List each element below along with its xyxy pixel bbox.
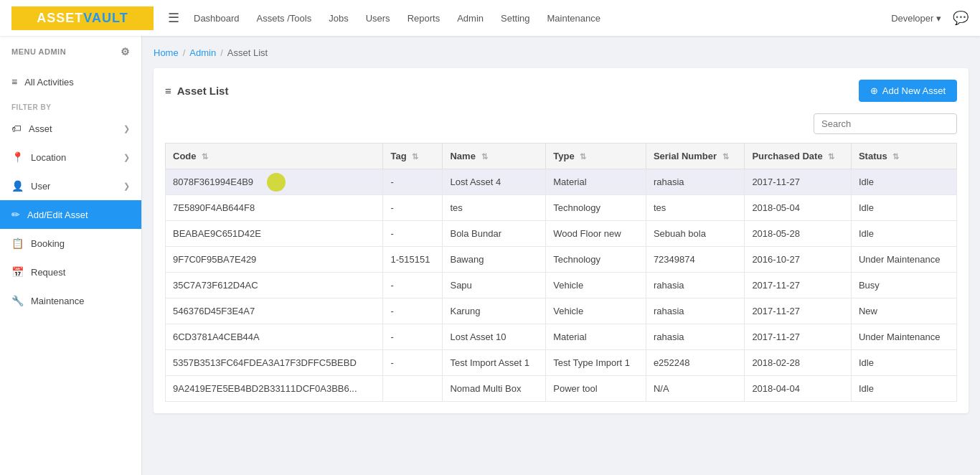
- nav-assets-tools[interactable]: Assets /Tools: [257, 10, 312, 27]
- booking-label: Booking: [31, 238, 65, 249]
- col-type[interactable]: Type ⇅: [546, 144, 646, 169]
- cell-purchased: 2018-05-28: [745, 221, 852, 247]
- add-new-asset-button[interactable]: ⊕ Add New Asset: [859, 80, 957, 102]
- cell-purchased: 2018-05-04: [745, 195, 852, 221]
- nav-admin[interactable]: Admin: [457, 10, 484, 27]
- cursor-indicator: [267, 173, 286, 192]
- col-status[interactable]: Status ⇅: [851, 144, 956, 169]
- sort-purchased-icon: ⇅: [828, 152, 834, 161]
- sidebar-item-booking[interactable]: 📋 Booking: [0, 229, 141, 258]
- main-content: Home / Admin / Asset List ≡ Asset List ⊕…: [142, 36, 980, 475]
- cell-status: Idle: [851, 350, 956, 376]
- breadcrumb-admin[interactable]: Admin: [189, 47, 216, 58]
- cell-name: tes: [443, 195, 546, 221]
- sidebar-item-maintenance[interactable]: 🔧 Maintenance: [0, 286, 141, 315]
- table-row[interactable]: 546376D45F3E4A7-KarungVehiclerahasia2017…: [166, 298, 957, 324]
- table-row[interactable]: 9F7C0F95BA7E4291-515151BawangTechnology7…: [166, 247, 957, 273]
- cell-code: 35C7A73F612D4AC: [166, 273, 383, 298]
- table-row[interactable]: 9A2419E7E5EB4BD2B33111DCF0A3BB6...Nomad …: [166, 376, 957, 402]
- maintenance-label: Maintenance: [31, 296, 84, 306]
- request-icon: 📅: [11, 266, 24, 278]
- search-row: [165, 113, 957, 134]
- col-name[interactable]: Name ⇅: [443, 144, 546, 169]
- nav-reports[interactable]: Reports: [407, 10, 440, 27]
- table-row[interactable]: BEABAE9C651D42E-Bola BundarWood Floor ne…: [166, 221, 957, 247]
- sidebar-item-all-activities[interactable]: ≡ All Activities: [0, 67, 141, 96]
- nav-setting[interactable]: Setting: [501, 10, 529, 27]
- cell-purchased: 2018-02-28: [745, 350, 852, 376]
- cell-name: Test Import Asset 1: [443, 350, 546, 376]
- cell-code: 9F7C0F95BA7E429: [166, 247, 383, 273]
- col-serial[interactable]: Serial Number ⇅: [646, 144, 745, 169]
- cell-name: Lost Asset 10: [443, 324, 546, 350]
- asset-chevron-icon: ❯: [123, 124, 130, 133]
- cell-name: Karung: [443, 298, 546, 324]
- sidebar-item-add-edit-asset[interactable]: ✏ Add/Edit Asset: [0, 200, 141, 229]
- cell-serial: Sebuah bola: [646, 221, 745, 247]
- cell-status: Under Maintenance: [851, 247, 956, 273]
- sort-code-icon: ⇅: [202, 152, 208, 161]
- logo-text1: ASSET: [37, 11, 83, 25]
- list-icon: ≡: [165, 85, 171, 97]
- menu-admin-label: MENU ADMIN: [11, 47, 66, 56]
- developer-dropdown[interactable]: Developer ▾: [891, 13, 941, 24]
- sort-serial-icon: ⇅: [722, 152, 729, 161]
- cell-type: Test Type Import 1: [546, 350, 646, 376]
- breadcrumb-sep1: /: [183, 47, 186, 58]
- app-logo: ASSETVAULT: [11, 6, 154, 30]
- cell-serial: rahasia: [646, 273, 745, 298]
- sidebar-item-asset[interactable]: 🏷 Asset ❯: [0, 114, 141, 143]
- nav-dashboard[interactable]: Dashboard: [194, 10, 240, 27]
- asset-icon: 🏷: [11, 123, 22, 134]
- col-purchased[interactable]: Purchased Date ⇅: [745, 144, 852, 169]
- cell-code: 9A2419E7E5EB4BD2B33111DCF0A3BB6...: [166, 376, 383, 402]
- cell-tag: -: [383, 350, 443, 376]
- cell-name: Bola Bundar: [443, 221, 546, 247]
- cell-serial: rahasia: [646, 324, 745, 350]
- cell-serial: 72349874: [646, 247, 745, 273]
- cell-code: 6CD3781A4CEB44A: [166, 324, 383, 350]
- table-row[interactable]: 7E5890F4AB644F8-tesTechnologytes2018-05-…: [166, 195, 957, 221]
- main-layout: MENU ADMIN ⚙ ≡ All Activities FILTER BY …: [0, 36, 980, 475]
- location-chevron-icon: ❯: [123, 153, 130, 162]
- table-header: Code ⇅ Tag ⇅ Name ⇅ Type: [166, 144, 957, 169]
- cell-purchased: 2016-10-27: [745, 247, 852, 273]
- sort-type-icon: ⇅: [580, 152, 586, 161]
- table-row[interactable]: 8078F361994E4B9-Lost Asset 4Materialraha…: [166, 169, 957, 195]
- sort-name-icon: ⇅: [481, 152, 488, 161]
- cell-type: Material: [546, 324, 646, 350]
- chat-icon[interactable]: 💬: [953, 10, 969, 26]
- table-row[interactable]: 35C7A73F612D4AC-SapuVehiclerahasia2017-1…: [166, 273, 957, 298]
- nav-users[interactable]: Users: [366, 10, 390, 27]
- breadcrumb-home[interactable]: Home: [154, 47, 179, 58]
- cell-code: 5357B3513FC64FDEA3A17F3DFFC5BEBD: [166, 350, 383, 376]
- table-row[interactable]: 5357B3513FC64FDEA3A17F3DFFC5BEBD-Test Im…: [166, 350, 957, 376]
- sidebar-item-location[interactable]: 📍 Location ❯: [0, 143, 141, 171]
- cell-type: Material: [546, 169, 646, 195]
- sidebar-item-request[interactable]: 📅 Request: [0, 258, 141, 286]
- breadcrumb-current: Asset List: [227, 47, 268, 58]
- search-input[interactable]: [814, 113, 957, 134]
- cell-code: BEABAE9C651D42E: [166, 221, 383, 247]
- gear-icon[interactable]: ⚙: [121, 46, 131, 57]
- add-edit-asset-label: Add/Edit Asset: [27, 210, 88, 220]
- cell-tag: 1-515151: [383, 247, 443, 273]
- table-body: 8078F361994E4B9-Lost Asset 4Materialraha…: [166, 169, 957, 402]
- sort-tag-icon: ⇅: [412, 152, 418, 161]
- cell-type: Vehicle: [546, 273, 646, 298]
- card-header: ≡ Asset List ⊕ Add New Asset: [165, 80, 957, 102]
- cell-purchased: 2017-11-27: [745, 273, 852, 298]
- user-icon: 👤: [11, 180, 24, 192]
- cell-type: Technology: [546, 247, 646, 273]
- breadcrumb: Home / Admin / Asset List: [154, 47, 969, 58]
- table-row[interactable]: 6CD3781A4CEB44A-Lost Asset 10Materialrah…: [166, 324, 957, 350]
- hamburger-menu[interactable]: ☰: [168, 10, 179, 26]
- col-code[interactable]: Code ⇅: [166, 144, 383, 169]
- nav-maintenance[interactable]: Maintenance: [547, 10, 600, 27]
- cell-type: Vehicle: [546, 298, 646, 324]
- sidebar-item-user[interactable]: 👤 User ❯: [0, 171, 141, 200]
- col-tag[interactable]: Tag ⇅: [383, 144, 443, 169]
- cell-purchased: 2017-11-27: [745, 169, 852, 195]
- nav-jobs[interactable]: Jobs: [329, 10, 348, 27]
- cell-serial: tes: [646, 195, 745, 221]
